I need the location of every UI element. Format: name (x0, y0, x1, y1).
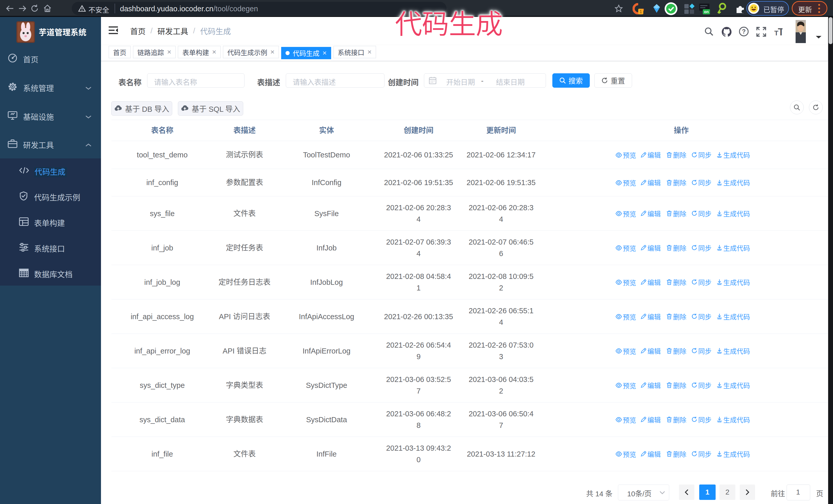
svg-text:?: ? (742, 28, 746, 35)
svg-text:T: T (778, 27, 783, 37)
svg-text:on: on (704, 9, 709, 14)
svg-text:1: 1 (640, 9, 642, 14)
